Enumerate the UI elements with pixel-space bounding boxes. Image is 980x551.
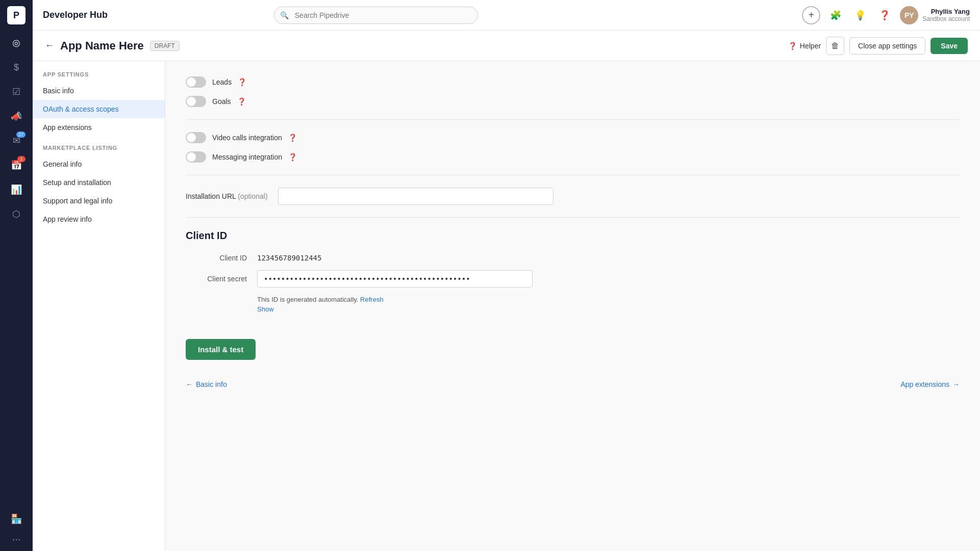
divider-3 [186,217,960,218]
video-calls-toggle[interactable] [186,132,206,143]
sidebar-main: APP SETTINGS Basic info OAuth & access s… [33,61,980,551]
top-header: Developer Hub 🔍 + 🧩 💡 ❓ PY Phyllis Yang … [33,0,980,31]
next-nav-arrow: → [952,380,960,388]
developer-hub-title: Developer Hub [43,10,108,20]
search-bar: 🔍 [274,7,478,24]
extensions-icon[interactable]: 🧩 [826,6,845,24]
helper-icon: ❓ [788,42,797,50]
user-account: Sandbox account [922,15,970,22]
nav-logo[interactable]: P [7,6,26,24]
prev-nav-arrow: ← [186,380,193,388]
help-icon[interactable]: ❓ [875,6,894,24]
sidebar-item-basic-info[interactable]: Basic info [33,82,165,100]
nav-bar: P ◎ $ ☑ 📣 ✉ 27 📅 1 📊 ⬡ 🏪 ··· [0,0,33,551]
save-button[interactable]: Save [931,38,968,54]
sidebar-item-review[interactable]: App review info [33,210,165,228]
helper-label: Helper [800,42,821,50]
leads-toggle-row: Leads ❓ [186,76,960,88]
search-icon: 🔍 [280,11,289,19]
installation-url-label: Installation URL (optional) [186,192,268,200]
calendar-badge: 1 [17,156,26,162]
messaging-toggle-row: Messaging integration ❓ [186,151,960,163]
sidebar-item-store[interactable]: 🏪 [6,509,27,529]
content-wrapper: ← App Name Here DRAFT ❓ Helper 🗑 Close a… [33,31,980,551]
delete-icon: 🗑 [831,41,839,50]
client-id-section-title: Client ID [186,230,960,242]
client-id-value: 123456789012445 [257,254,321,262]
sidebar-item-dollar[interactable]: $ [6,57,27,77]
bottom-nav: ← Basic info App extensions → [186,370,960,399]
leads-label: Leads [212,78,232,86]
installation-url-input[interactable] [278,188,554,205]
hint-text: This ID is generated automatically. Refr… [257,296,960,303]
sidebar-item-mail[interactable]: ✉ 27 [6,130,27,151]
sidebar: APP SETTINGS Basic info OAuth & access s… [33,61,165,551]
sidebar-item-megaphone[interactable]: 📣 [6,106,27,126]
nav-more-icon[interactable]: ··· [12,533,21,545]
video-calls-toggle-row: Video calls integration ❓ [186,132,960,143]
draft-badge: DRAFT [150,41,180,51]
video-calls-label: Video calls integration [212,134,282,142]
next-nav-label: App extensions [900,380,949,388]
sidebar-item-compass[interactable]: ◎ [6,33,27,53]
sidebar-item-oauth[interactable]: OAuth & access scopes [33,100,165,118]
back-button[interactable]: ← [45,40,54,51]
install-test-button[interactable]: Install & test [186,339,256,360]
hint-text-content: This ID is generated automatically. [257,296,358,303]
main-content: Leads ❓ Goals ❓ Video calls integration … [165,61,980,551]
mail-badge: 27 [16,132,26,138]
next-nav-link[interactable]: App extensions → [900,380,960,388]
avatar: PY [900,6,918,24]
goals-label: Goals [212,97,231,106]
app-header-actions: ❓ Helper 🗑 Close app settings Save [788,37,968,55]
app-name: App Name Here [60,39,144,53]
show-link[interactable]: Show [257,305,274,313]
header-actions: + 🧩 💡 ❓ PY Phyllis Yang Sandbox account [802,6,970,24]
goals-toggle-row: Goals ❓ [186,96,960,107]
install-url-text: Installation URL [186,192,236,200]
divider-2 [186,175,960,175]
divider-1 [186,119,960,120]
helper-button[interactable]: ❓ Helper [788,42,821,50]
search-input[interactable] [274,7,478,24]
install-test-section: Install & test [186,329,960,360]
goals-toggle[interactable] [186,96,206,107]
goals-help-icon[interactable]: ❓ [237,97,246,106]
user-info[interactable]: PY Phyllis Yang Sandbox account [900,6,970,24]
client-secret-row: Client secret [186,270,960,287]
app-header: ← App Name Here DRAFT ❓ Helper 🗑 Close a… [33,31,980,61]
video-calls-help-icon[interactable]: ❓ [288,134,297,142]
installation-url-row: Installation URL (optional) [186,188,960,205]
close-app-settings-button[interactable]: Close app settings [849,37,925,55]
leads-toggle[interactable] [186,76,206,88]
marketplace-listing-label: MARKETPLACE LISTING [33,145,165,151]
sidebar-item-chart[interactable]: 📊 [6,179,27,200]
sidebar-item-box[interactable]: ⬡ [6,204,27,224]
client-secret-label: Client secret [186,275,247,283]
bulb-icon[interactable]: 💡 [851,6,869,24]
prev-nav-label: Basic info [196,380,227,388]
refresh-link[interactable]: Refresh [360,296,384,303]
sidebar-item-calendar[interactable]: 📅 1 [6,155,27,175]
messaging-label: Messaging integration [212,153,282,161]
leads-help-icon[interactable]: ❓ [238,78,246,86]
sidebar-item-support[interactable]: Support and legal info [33,192,165,210]
main-area: Developer Hub 🔍 + 🧩 💡 ❓ PY Phyllis Yang … [33,0,980,551]
delete-button[interactable]: 🗑 [826,37,844,55]
user-text: Phyllis Yang Sandbox account [922,8,970,22]
sidebar-item-app-extensions[interactable]: App extensions [33,118,165,137]
client-id-row: Client ID 123456789012445 [186,254,960,262]
client-id-label: Client ID [186,254,247,262]
sidebar-item-general-info[interactable]: General info [33,155,165,173]
app-settings-label: APP SETTINGS [33,71,165,77]
messaging-toggle[interactable] [186,151,206,163]
sidebar-item-tasks[interactable]: ☑ [6,82,27,102]
messaging-help-icon[interactable]: ❓ [288,153,297,161]
prev-nav-link[interactable]: ← Basic info [186,380,227,388]
add-button[interactable]: + [802,6,820,24]
sidebar-item-setup[interactable]: Setup and installation [33,173,165,192]
client-secret-input[interactable] [257,270,533,287]
user-name: Phyllis Yang [922,8,970,15]
